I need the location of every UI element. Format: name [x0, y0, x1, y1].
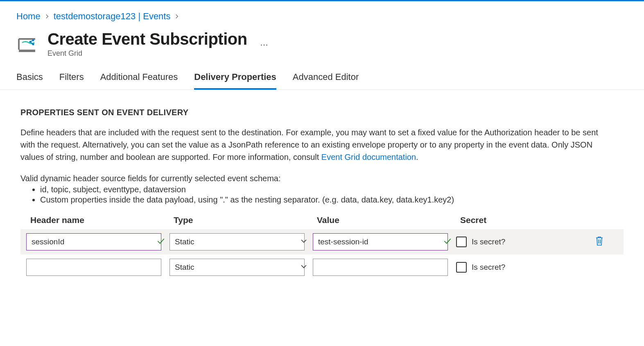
- tab-delivery-properties[interactable]: Delivery Properties: [194, 69, 276, 90]
- event-grid-icon: [16, 33, 38, 55]
- section-description-tail: .: [416, 153, 418, 162]
- breadcrumb: Home testdemostorage123 | Events: [0, 1, 644, 26]
- header-value-input[interactable]: [313, 259, 448, 276]
- valid-fields-list: id, topic, subject, eventtype, dataversi…: [40, 185, 624, 205]
- tab-advanced-editor[interactable]: Advanced Editor: [293, 69, 359, 90]
- page-title: Create Event Subscription: [47, 30, 247, 48]
- breadcrumb-home[interactable]: Home: [16, 11, 41, 22]
- section-description-text: Define headers that are included with th…: [20, 128, 598, 162]
- tabs: Basics Filters Additional Features Deliv…: [0, 69, 644, 90]
- headers-table-head: Header name Type Value Secret: [20, 215, 624, 225]
- chevron-right-icon: [45, 12, 50, 21]
- col-header-secret: Secret: [460, 215, 591, 225]
- header-type-select[interactable]: Static: [169, 259, 305, 276]
- header-type-select[interactable]: Static: [169, 233, 305, 250]
- more-actions-button[interactable]: ···: [257, 38, 272, 51]
- doc-link[interactable]: Event Grid documentation: [321, 153, 416, 162]
- is-secret-checkbox[interactable]: [456, 262, 467, 273]
- header-value-input[interactable]: [313, 233, 448, 250]
- valid-field-item: id, topic, subject, eventtype, dataversi…: [40, 185, 624, 194]
- page-header: Create Event Subscription Event Grid ···: [0, 26, 644, 69]
- section-description: Define headers that are included with th…: [20, 126, 614, 163]
- is-secret-label: Is secret?: [472, 263, 505, 272]
- col-header-type: Type: [174, 215, 317, 225]
- header-name-input[interactable]: [26, 259, 161, 276]
- chevron-right-icon: [174, 12, 179, 21]
- breadcrumb-item-storage-events[interactable]: testdemostorage123 | Events: [54, 11, 171, 22]
- tab-basics[interactable]: Basics: [16, 69, 43, 90]
- tab-additional-features[interactable]: Additional Features: [100, 69, 178, 90]
- delete-row-button[interactable]: [594, 235, 604, 247]
- page-subtitle: Event Grid: [47, 49, 247, 58]
- is-secret-label: Is secret?: [472, 237, 505, 246]
- header-name-input[interactable]: [26, 233, 161, 250]
- valid-field-item: Custom properties inside the data payloa…: [40, 195, 624, 205]
- section-heading: PROPERTIES SENT ON EVENT DELIVERY: [20, 108, 624, 117]
- header-row: Static Is secret?: [20, 255, 624, 280]
- is-secret-checkbox[interactable]: [456, 237, 467, 247]
- col-header-value: Value: [317, 215, 460, 225]
- tab-filters[interactable]: Filters: [59, 69, 84, 90]
- header-row: Static Is secret?: [20, 229, 624, 255]
- col-header-name: Header name: [30, 215, 174, 225]
- valid-fields-intro: Valid dynamic header source fields for c…: [20, 174, 624, 183]
